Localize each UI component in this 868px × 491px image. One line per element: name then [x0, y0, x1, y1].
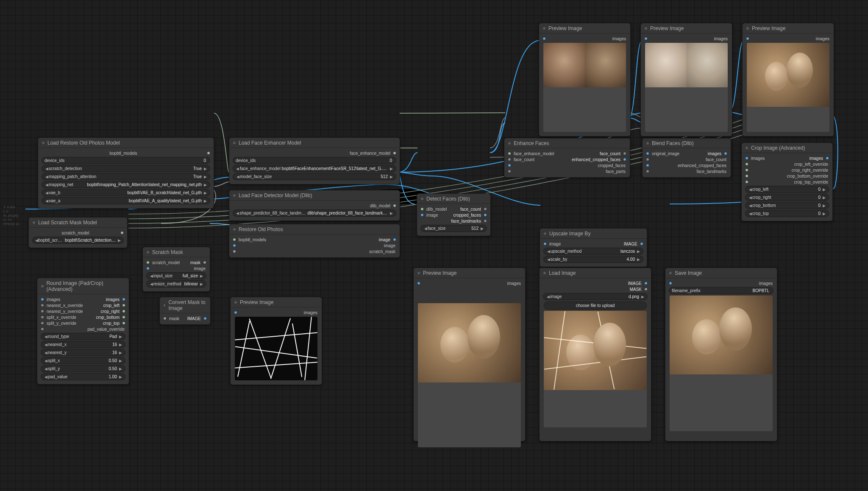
caret-right-icon[interactable]: ▶	[118, 335, 122, 339]
collapse-icon[interactable]	[669, 271, 672, 275]
node-title[interactable]: Preview Image	[641, 23, 732, 33]
caret-right-icon[interactable]: ▶	[822, 187, 826, 192]
node-title[interactable]: Scratch Mask	[143, 247, 210, 257]
node-title[interactable]: Preview Image	[539, 23, 630, 33]
collapse-icon[interactable]	[146, 251, 150, 254]
input-port[interactable]	[41, 310, 44, 313]
output-port[interactable]	[393, 238, 396, 241]
node-title[interactable]: Preview Image	[743, 23, 834, 33]
caret-right-icon[interactable]: ▶	[118, 343, 122, 347]
widget-crop-right[interactable]: ◀crop_right0▶	[745, 194, 829, 201]
caret-right-icon[interactable]: ▶	[822, 212, 826, 216]
widget-scratch-model-path[interactable]: ◀bopbtl_scratch_detectionbopbtl\Scratch_…	[32, 237, 124, 244]
widget-face-size[interactable]: ◀face_size512▶	[420, 225, 487, 232]
caret-left-icon[interactable]: ◀	[45, 191, 49, 195]
node-title[interactable]: Round Image (Pad/Crop) (Advanced)	[37, 278, 129, 294]
caret-right-icon[interactable]: ▶	[203, 191, 207, 195]
node-load-scratch-mask-model[interactable]: Load Scratch Mask Model scratch_model ◀b…	[28, 217, 128, 248]
collapse-icon[interactable]	[233, 228, 236, 231]
output-port[interactable]	[484, 213, 487, 217]
input-port[interactable]	[745, 168, 748, 172]
caret-right-icon[interactable]: ▶	[203, 199, 207, 203]
caret-right-icon[interactable]: ▶	[636, 249, 640, 254]
collapse-icon[interactable]	[234, 301, 237, 304]
caret-right-icon[interactable]: ▶	[636, 257, 640, 262]
collapse-icon[interactable]	[543, 271, 546, 275]
caret-right-icon[interactable]: ▶	[640, 295, 645, 299]
input-port[interactable]	[745, 180, 748, 184]
input-port[interactable]	[646, 164, 649, 167]
widget-vae-a[interactable]: ◀vae_abopbtl\VAE_A_quality\latest_net_G.…	[42, 197, 210, 204]
input-port[interactable]	[746, 37, 749, 40]
node-load-image[interactable]: Load Image IMAGE MASK ◀imaged.png▶ choos…	[539, 268, 651, 441]
input-port[interactable]	[41, 327, 44, 331]
caret-left-icon[interactable]: ◀	[149, 274, 153, 278]
output-port[interactable]	[644, 282, 648, 285]
node-convert-mask-to-image[interactable]: Convert Mask to Image maskIMAGE	[159, 297, 211, 325]
widget-round-type[interactable]: ◀round_typePad▶	[41, 333, 125, 340]
node-enhance-faces[interactable]: Enhance Faces face_enhance_modelface_cou…	[504, 138, 630, 178]
node-round-image-advanced[interactable]: Round Image (Pad/Crop) (Advanced) images…	[37, 278, 129, 385]
collapse-icon[interactable]	[508, 142, 511, 145]
caret-left-icon[interactable]: ◀	[546, 249, 551, 254]
caret-right-icon[interactable]: ▶	[118, 351, 122, 355]
caret-right-icon[interactable]: ▶	[199, 282, 203, 286]
node-preview-image-restored[interactable]: Preview Image images	[413, 268, 526, 441]
caret-left-icon[interactable]: ◀	[44, 359, 48, 363]
input-port[interactable]	[542, 37, 546, 40]
input-port[interactable]	[146, 267, 150, 270]
collapse-icon[interactable]	[646, 142, 649, 145]
output-port[interactable]	[484, 219, 487, 223]
widget-crop-left[interactable]: ◀crop_left0▶	[745, 186, 829, 193]
node-title[interactable]: Restore Old Photos	[229, 224, 400, 234]
caret-left-icon[interactable]: ◀	[35, 238, 38, 243]
caret-right-icon[interactable]: ▶	[389, 211, 393, 215]
collapse-icon[interactable]	[543, 232, 547, 235]
input-port[interactable]	[234, 311, 237, 314]
caret-left-icon[interactable]: ◀	[45, 167, 49, 171]
widget-device-ids[interactable]: device_ids0	[233, 157, 396, 164]
widget-device-ids[interactable]: device_ids0	[42, 157, 210, 164]
collapse-icon[interactable]	[417, 271, 420, 275]
caret-left-icon[interactable]: ◀	[236, 167, 240, 171]
output-port[interactable]	[393, 151, 396, 155]
input-port[interactable]	[146, 261, 150, 264]
output-port[interactable]	[724, 152, 727, 155]
caret-left-icon[interactable]: ◀	[45, 199, 49, 203]
node-title[interactable]: Load Face Detector Model (Dlib)	[229, 190, 400, 201]
node-title[interactable]: Load Scratch Mask Model	[29, 218, 127, 228]
widget-vae-b[interactable]: ◀vae_bbopbtl\VAE_B_scratch\latest_net_G.…	[42, 189, 210, 196]
caret-right-icon[interactable]: ▶	[389, 175, 393, 179]
output-port[interactable]	[644, 287, 648, 291]
widget-crop-top[interactable]: ◀crop_top0▶	[745, 210, 829, 217]
caret-right-icon[interactable]: ▶	[118, 359, 122, 363]
node-title[interactable]: Crop Image (Advanced)	[742, 143, 832, 153]
node-load-restore-old-photos-model[interactable]: Load Restore Old Photos Model bopbtl_mod…	[38, 137, 214, 209]
collapse-icon[interactable]	[542, 27, 546, 30]
caret-left-icon[interactable]: ◀	[45, 175, 49, 179]
node-title[interactable]: Upscale Image By	[540, 229, 647, 239]
caret-right-icon[interactable]: ▶	[203, 167, 207, 171]
caret-right-icon[interactable]: ▶	[389, 167, 393, 171]
node-detect-faces[interactable]: Detect Faces (Dlib) dlib_modelface_count…	[417, 193, 491, 236]
node-title[interactable]: Load Face Enhancer Model	[229, 138, 400, 148]
input-port[interactable]	[41, 304, 44, 307]
caret-left-icon[interactable]: ◀	[546, 257, 551, 262]
widget-nearest-y[interactable]: ◀nearest_y16▶	[41, 349, 125, 356]
input-port[interactable]	[41, 321, 44, 325]
caret-left-icon[interactable]: ◀	[236, 211, 240, 215]
input-port[interactable]	[233, 250, 236, 253]
output-port[interactable]	[393, 204, 396, 207]
caret-right-icon[interactable]: ▶	[480, 226, 484, 231]
input-port[interactable]	[417, 282, 420, 285]
input-port[interactable]	[646, 152, 649, 155]
widget-split-x[interactable]: ◀split_x0.50▶	[41, 357, 125, 364]
choose-file-button[interactable]: choose file to upload	[544, 301, 647, 310]
node-preview-image-cropped-faces[interactable]: Preview Image images	[539, 23, 631, 137]
node-load-face-detector-model[interactable]: Load Face Detector Model (Dlib) dlib_mod…	[229, 190, 400, 221]
widget-pad-value[interactable]: ◀pad_value1.00▶	[41, 373, 125, 380]
widget-image[interactable]: ◀imaged.png▶	[543, 293, 648, 300]
node-title[interactable]: Load Image	[540, 268, 651, 278]
input-port[interactable]	[163, 317, 167, 320]
widget-crop-bottom[interactable]: ◀crop_bottom0▶	[745, 202, 829, 209]
